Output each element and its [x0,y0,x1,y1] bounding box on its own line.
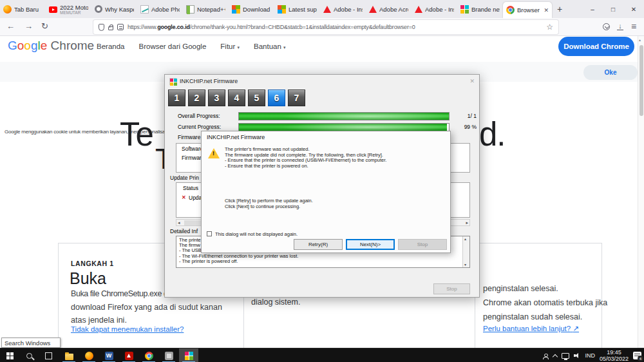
scroll-left-icon[interactable]: ◂ [178,220,180,225]
people-icon[interactable] [543,354,547,358]
logo-product-name: Chrome [51,39,95,52]
firmware-alert-dialog: INKCHIP.net Firmware ! The printer's fir… [201,131,451,253]
reload-icon[interactable]: ↻ [41,21,48,31]
detailed-info-label: Detailed Inf [170,228,198,234]
search-button[interactable] [19,348,39,362]
taskbar-word[interactable]: W [99,348,118,362]
scroll-right-icon[interactable]: ▸ [466,220,468,225]
step-button-2[interactable]: 2 [188,90,205,106]
chevron-down-icon: ▾ [238,45,240,50]
photos-icon [165,352,173,360]
taskbar-photos[interactable] [159,348,178,362]
url-bar[interactable]: https://www.google.co.id/chrome/thank-yo… [93,20,558,34]
logo-letter: g [31,39,38,52]
tab-label: Tab Baru [14,6,43,13]
browser-toolbar: ← → ↻ https://www.google.co.id/chrome/th… [0,18,644,36]
tab-adobe-photo[interactable]: Adobe Photo [137,0,183,18]
current-progress-fill [239,124,447,131]
task-view-button[interactable] [39,348,58,362]
url-text[interactable]: https://www.google.co.id/chrome/thank-yo… [128,24,542,30]
maximize-button[interactable]: □ [603,0,623,18]
tray-chevron-up-icon[interactable] [553,354,558,359]
page-scrollbar[interactable]: ▴ [638,36,644,348]
minimize-button[interactable]: – [582,0,603,18]
vertical-scrollbar[interactable]: ▴ ▾ [462,236,469,267]
tab-adobe-install-2[interactable]: Adobe - Inst [412,0,457,18]
retry-button[interactable]: Retry(R) [294,239,343,250]
dont-show-again-checkbox[interactable] [207,231,212,236]
step-button-3[interactable]: 3 [208,90,225,106]
start-button[interactable] [0,348,19,362]
tab-adobe-install-1[interactable]: Adobe - Inst [320,0,366,18]
back-icon[interactable]: ← [6,21,15,31]
tab-brande-new[interactable]: Brande new [457,0,503,18]
taskbar-file-explorer[interactable] [59,348,79,362]
menu-icon[interactable]: ≡ [631,21,636,32]
scroll-up-icon[interactable]: ▴ [639,37,641,42]
nav-bantuan[interactable]: Bantuan ▾ [254,43,286,50]
download-icon[interactable]: ↓ [616,22,624,30]
permissions-icon[interactable] [117,24,124,30]
dialog-stop-button[interactable]: Stop [398,239,447,250]
tab-latest-support[interactable]: Latest suppo [274,0,320,18]
scrollbar-thumb[interactable] [639,45,643,116]
step-button-1[interactable]: 1 [168,90,185,106]
network-display-icon[interactable] [562,353,569,359]
tab-notepad[interactable]: Notepad++ [183,0,229,18]
lock-icon[interactable] [108,26,113,30]
window-controls: – □ ✕ [582,0,644,18]
new-tab-button[interactable]: + [552,0,567,18]
step-button-5[interactable]: 5 [248,90,265,106]
tab-new-tab[interactable]: Tab Baru [0,0,46,18]
overall-progress-label: Overall Progress: [178,113,220,119]
cookie-ok-button[interactable]: Oke [583,65,638,80]
tab-label: Why Kaspers [105,6,134,13]
tab-download-ms[interactable]: Download M [229,0,274,18]
status-column-header[interactable]: Status [183,185,198,191]
taskbar-inkchip-active[interactable] [179,348,198,362]
tab-label: Adobe - Inst [425,6,454,13]
step-button-7[interactable]: 7 [288,90,305,106]
clock[interactable]: 19:45 05/03/2022 [600,349,629,362]
taskbar-firefox[interactable] [79,348,99,362]
next-button[interactable]: Next(N)> [346,239,395,250]
taskbar-acrobat[interactable] [119,348,138,362]
nav-fitur[interactable]: Fitur ▾ [220,43,240,50]
tab-label: Adobe Acrob [379,6,408,13]
taskbar-chrome[interactable] [139,348,158,362]
language-indicator[interactable]: IND [585,352,595,359]
forward-icon[interactable]: → [24,21,33,31]
chart-icon [140,5,149,14]
pocket-icon[interactable] [603,23,610,30]
tab-youtube-motogp[interactable]: 2022 MotoG MEMUTAR [46,0,91,18]
tab-kaspersky[interactable]: Why Kaspers [91,0,137,18]
close-icon[interactable]: ✕ [469,78,475,84]
firmware-window-titlebar[interactable]: INKCHIP.net Firmware ✕ [165,75,479,88]
step3-body: penginstalan selesai. Chrome akan otomat… [483,281,607,324]
action-center-icon[interactable]: 4 [633,352,641,359]
step3-help-link[interactable]: Perlu bantuan lebih lanjut? ↗ [483,324,579,333]
step-button-6-active[interactable]: 6 [268,90,285,106]
tab-close-icon[interactable]: ✕ [542,7,549,14]
download-chrome-button[interactable]: Download Chrome [558,37,634,56]
hero-heading-fragment-right: d. [479,115,506,153]
nav-fitur-label: Fitur [220,43,235,50]
google-chrome-logo[interactable]: Google Chrome [8,39,94,53]
bookmark-star-icon[interactable]: ☆ [546,23,553,32]
tab-adobe-acrobat[interactable]: Adobe Acrob [366,0,412,18]
nav-browser-dari-google[interactable]: Browser dari Google [138,43,206,50]
speaker-icon[interactable] [574,352,580,359]
notepad-icon [186,5,194,14]
scroll-up-icon[interactable]: ▴ [464,236,466,242]
url-domain: google.co.id [157,24,190,30]
step-button-4[interactable]: 4 [228,90,245,106]
scroll-down-icon[interactable]: ▾ [464,262,466,267]
step1-installer-link[interactable]: Tidak dapat menemukan installer? [71,325,184,333]
close-button[interactable]: ✕ [623,0,644,18]
window-stop-button[interactable]: Stop [433,283,470,294]
update-printer-label: Update Prin [170,175,199,181]
tracking-shield-icon[interactable] [99,24,104,31]
tab-browser-active[interactable]: Browser W ✕ [503,2,552,18]
nav-beranda[interactable]: Beranda [97,43,124,50]
adobe-icon [415,6,422,13]
